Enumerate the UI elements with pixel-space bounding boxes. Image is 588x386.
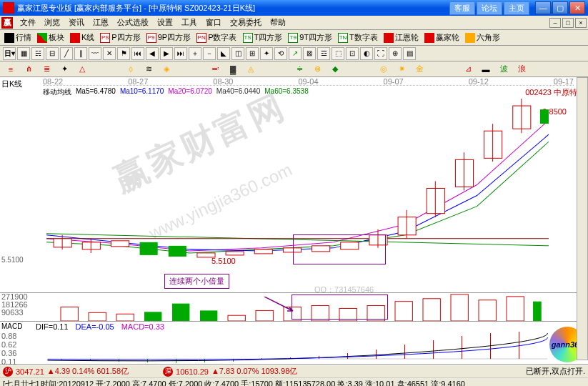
menu-tools[interactable]: 工具	[177, 16, 201, 29]
nav-last-icon[interactable]: ⏭	[174, 47, 187, 60]
luntan-button[interactable]: 论坛	[477, 1, 502, 15]
tool-wave-icon[interactable]: 〰	[89, 47, 101, 60]
exright-icon[interactable]: ⊟	[46, 47, 59, 60]
tool-f-icon[interactable]: ↗	[289, 47, 302, 60]
draw-18[interactable]: ⊿	[460, 63, 476, 76]
menu-news[interactable]: 资讯	[64, 16, 89, 29]
close-button[interactable]: ✕	[569, 1, 585, 14]
draw-5[interactable]: △	[74, 63, 90, 76]
draw-12[interactable]: ≑	[291, 63, 307, 76]
tool-x-icon[interactable]: ✕	[103, 47, 116, 60]
draw-2[interactable]: ⋔	[21, 63, 36, 76]
zoomin-icon[interactable]: ＋	[189, 47, 201, 60]
tool-n-icon[interactable]: ▤	[403, 47, 416, 60]
svg-text:5.5100: 5.5100	[211, 257, 236, 265]
draw-16[interactable]: ✷	[394, 63, 409, 76]
tool-k-icon[interactable]: ◐	[360, 47, 373, 60]
tool-m-icon[interactable]: ⊕	[389, 47, 402, 60]
maximize-button[interactable]: ▢	[552, 1, 568, 14]
nav-first-icon[interactable]: ⏮	[131, 47, 144, 60]
mdi-min[interactable]: –	[549, 18, 561, 28]
tool-j-icon[interactable]: ⊡	[346, 47, 359, 60]
conn-status[interactable]: 已断开,双点打开.	[526, 366, 585, 377]
draw-19[interactable]: ▬	[478, 63, 494, 76]
menu-gann[interactable]: 江恩	[89, 16, 113, 29]
tab-sector[interactable]: 板块	[36, 31, 66, 44]
zhuye-button[interactable]: 主页	[504, 1, 529, 15]
menu-file[interactable]: 文件	[16, 16, 40, 29]
tool-line-icon[interactable]: ╱	[60, 47, 73, 60]
tool-g-icon[interactable]: ⊠	[303, 47, 316, 60]
tab-quotes[interactable]: 行情	[3, 31, 33, 44]
ma20: Ma20=6.0720	[168, 87, 211, 97]
tool-flag-icon[interactable]: ⚑	[117, 47, 130, 60]
date-axis: 08-2208-2708-3009-0409-0709-1209-17	[43, 77, 574, 86]
draw-7[interactable]: ≋	[141, 63, 156, 76]
zoomout-icon[interactable]: －	[203, 47, 216, 60]
mdi-close[interactable]: ×	[575, 18, 587, 28]
tool-e-icon[interactable]: ⟲	[274, 47, 287, 60]
tool-b-icon[interactable]: ◫	[231, 47, 244, 60]
annotation-text: 连续两个小倍量	[164, 274, 229, 289]
tool-c-icon[interactable]: ⊞	[246, 47, 259, 60]
svg-rect-5	[140, 242, 158, 255]
mdi-max[interactable]: □	[562, 18, 574, 28]
menu-formula[interactable]: 公式选股	[113, 16, 153, 29]
svg-rect-25	[540, 109, 549, 124]
layer-icon[interactable]: ☵	[31, 47, 44, 60]
tool-d-icon[interactable]: ✦	[260, 47, 273, 60]
draw-14[interactable]: ◆	[327, 63, 343, 76]
svg-rect-39	[479, 300, 496, 321]
menu-browse[interactable]: 浏览	[40, 16, 64, 29]
menu-settings[interactable]: 设置	[153, 16, 177, 29]
tool-a-icon[interactable]: ◣	[217, 47, 230, 60]
nav-prev-icon[interactable]: ◀	[146, 47, 159, 60]
hu-value: 3047.21	[16, 367, 44, 376]
draw-6[interactable]: ◊	[123, 63, 139, 76]
grid-icon[interactable]: ▦	[17, 47, 30, 60]
tab-gannwheel[interactable]: 江恩轮	[382, 31, 420, 44]
tab-9p4[interactable]: P99P四方形	[145, 31, 192, 44]
period-day-button[interactable]: 日▾	[3, 47, 16, 60]
vertical-scrollbar[interactable]	[577, 77, 588, 360]
tab-9t4[interactable]: T99T四方形	[286, 31, 334, 44]
draw-21[interactable]: 浪	[514, 63, 529, 76]
macd-panel[interactable]: MACD DIF=0.11 DEA=-0.05 MACD=0.33 0.880.…	[0, 322, 588, 365]
kefu-button[interactable]: 客服	[449, 1, 475, 15]
tab-p4[interactable]: PSP四方形	[99, 31, 141, 44]
tool-h-icon[interactable]: ☲	[317, 47, 330, 60]
menu-trade[interactable]: 交易委托	[226, 16, 266, 29]
draw-10[interactable]: ▓	[225, 63, 241, 76]
tool-i-icon[interactable]: ⬚	[332, 47, 344, 60]
draw-1[interactable]: ≡	[3, 63, 19, 76]
draw-13[interactable]: ⊗	[309, 63, 325, 76]
draw-20[interactable]: 波	[496, 63, 512, 76]
draw-4[interactable]: ✦	[56, 63, 72, 76]
minimize-button[interactable]: —	[535, 1, 551, 14]
tab-pnum[interactable]: PNP数字表	[195, 31, 238, 44]
svg-rect-6	[169, 246, 186, 257]
draw-15[interactable]: ◎	[376, 63, 392, 76]
menu-help[interactable]: 帮助	[266, 16, 290, 29]
volume-panel[interactable]: 271900 181266 90633	[0, 293, 588, 322]
vol-ylabels: 271900 181266 90633	[1, 293, 28, 317]
menu-window[interactable]: 窗口	[201, 16, 226, 29]
tool-para-icon[interactable]: ∥	[74, 47, 87, 60]
mdi-buttons: – □ ×	[548, 18, 587, 28]
svg-rect-15	[398, 217, 416, 235]
draw-8[interactable]: ◈	[159, 63, 174, 76]
tab-t4[interactable]: TST四方形	[241, 31, 284, 44]
tab-kline[interactable]: K线	[69, 31, 96, 44]
draw-9[interactable]: ≕	[207, 63, 223, 76]
nav-next-icon[interactable]: ▶	[160, 47, 173, 60]
chart-main[interactable]: 日K线 08-2208-2708-3009-0409-0709-1209-17 …	[0, 77, 588, 293]
draw-11[interactable]: ◬	[243, 63, 259, 76]
tool-l-icon[interactable]: ⛶	[374, 47, 387, 60]
tab-tnum[interactable]: TNT数字表	[337, 31, 379, 44]
svg-rect-40	[507, 297, 524, 321]
tab-winnerwheel[interactable]: 赢家轮	[423, 31, 461, 44]
draw-3[interactable]: ≣	[39, 63, 54, 76]
menubar: 赢 文件 浏览 资讯 江恩 公式选股 设置 工具 窗口 交易委托 帮助 – □ …	[0, 16, 588, 30]
tab-hexagon[interactable]: 六角形	[464, 31, 502, 44]
draw-17[interactable]: 金	[412, 63, 427, 76]
